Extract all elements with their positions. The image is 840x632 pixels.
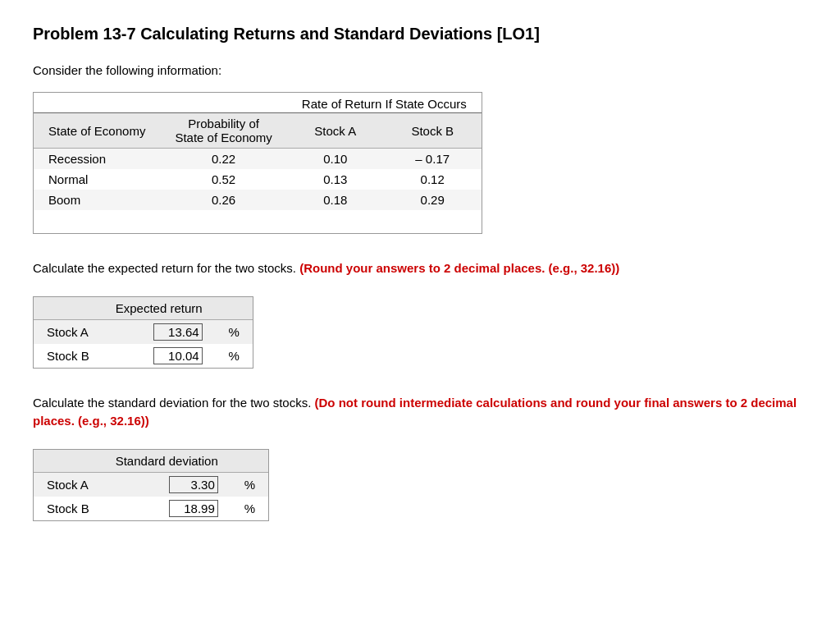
rate-header-cell: Rate of Return If State Occurs <box>287 93 482 113</box>
stock-b-recession: – 0.17 <box>384 149 482 170</box>
stock-a-recession: 0.10 <box>287 149 384 170</box>
prob-normal: 0.52 <box>160 169 286 190</box>
stddev-header: Standard deviation <box>103 450 231 473</box>
stddev-stock-b-pct: % <box>231 497 268 520</box>
expected-return-header: Expected return <box>103 297 216 320</box>
expected-stock-b-label: Stock B <box>34 344 103 368</box>
expected-stock-a-pct: % <box>216 319 253 344</box>
stddev-stock-a-pct: % <box>231 472 268 497</box>
expected-stock-a-input[interactable]: 13.64 <box>153 323 203 341</box>
stock-a-boom: 0.18 <box>287 190 384 210</box>
rate-header-row: Rate of Return If State Occurs <box>34 93 482 113</box>
stock-b-normal: 0.12 <box>384 169 482 190</box>
expected-stock-b-row: Stock B 10.04 % <box>34 344 253 368</box>
stddev-table: Standard deviation Stock A 3.30 % Stock … <box>33 449 269 521</box>
expected-return-table: Expected return Stock A 13.64 % Stock B … <box>33 296 253 369</box>
instruction2: Calculate the standard deviation for the… <box>33 394 807 431</box>
table-row: Recession 0.22 0.10 – 0.17 <box>34 149 482 170</box>
col1-header: State of Economy <box>34 113 160 149</box>
expected-stock-b-input[interactable]: 10.04 <box>153 347 203 364</box>
main-data-table: Rate of Return If State Occurs State of … <box>33 92 482 234</box>
instruction1: Calculate the expected return for the tw… <box>33 259 807 278</box>
page-title: Problem 13-7 Calculating Returns and Sta… <box>33 25 807 44</box>
stddev-header-row: Standard deviation <box>34 450 268 473</box>
instruction1-bold: (Round your answers to 2 decimal places.… <box>299 261 619 275</box>
intro-text: Consider the following information: <box>33 63 807 77</box>
prob-boom: 0.26 <box>160 190 286 210</box>
stock-a-normal: 0.13 <box>287 169 384 190</box>
state-boom: Boom <box>34 190 160 210</box>
instruction1-prefix: Calculate the expected return for the tw… <box>33 261 296 275</box>
state-recession: Recession <box>34 149 160 170</box>
expected-stock-b-pct: % <box>216 344 253 368</box>
expected-stock-a-row: Stock A 13.64 % <box>34 319 253 344</box>
stddev-stock-b-input[interactable]: 18.99 <box>169 500 218 517</box>
prob-recession: 0.22 <box>160 149 286 170</box>
stddev-stock-a-input[interactable]: 3.30 <box>169 476 218 493</box>
expected-stock-a-label: Stock A <box>34 319 103 344</box>
col3-header: Stock A <box>287 113 384 149</box>
stddev-stock-a-row: Stock A 3.30 % <box>34 472 268 497</box>
stddev-stock-a-label: Stock A <box>34 472 103 497</box>
table-row: Boom 0.26 0.18 0.29 <box>34 190 482 210</box>
col-header-row: State of Economy Probability of State of… <box>34 113 482 149</box>
table-row: Normal 0.52 0.13 0.12 <box>34 169 482 190</box>
stddev-stock-b-label: Stock B <box>34 497 103 520</box>
col2-header: Probability of State of Economy <box>160 113 286 149</box>
expected-header-row: Expected return <box>34 297 253 320</box>
stddev-stock-b-row: Stock B 18.99 % <box>34 497 268 520</box>
stock-b-boom: 0.29 <box>384 190 482 210</box>
col4-header: Stock B <box>384 113 482 149</box>
instruction2-prefix: Calculate the standard deviation for the… <box>33 396 311 410</box>
state-normal: Normal <box>34 169 160 190</box>
